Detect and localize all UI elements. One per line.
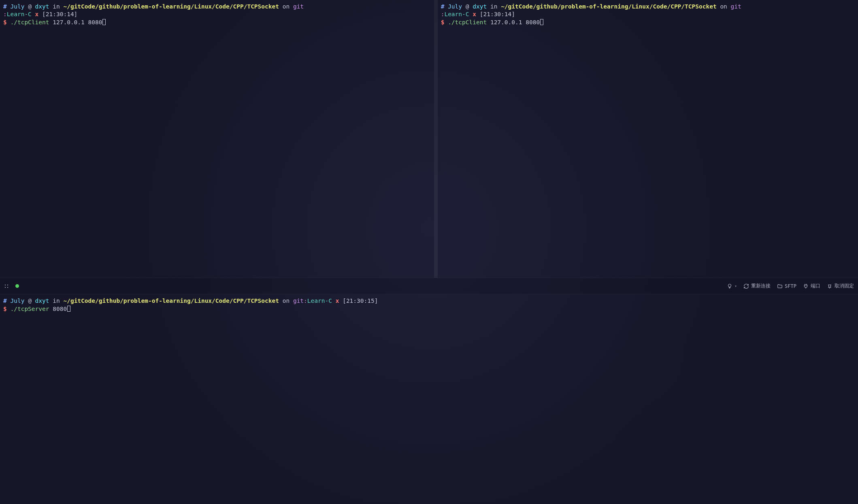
folder-icon [777,283,783,289]
grid-icon [4,284,9,289]
prompt-on: on [720,3,727,10]
refresh-icon [743,283,749,289]
prompt-hash: # [441,3,445,10]
prompt-host: dxyt [473,3,487,10]
prompt-hash: # [3,298,7,304]
prompt-path: ~/gitCode/github/problem-of-learning/Lin… [63,3,279,10]
prompt-colon: : [304,298,307,304]
prompt-x: x [336,298,339,304]
cursor-icon [102,19,106,25]
lightbulb-icon [727,283,732,289]
hints-button[interactable]: ▾ [727,283,737,289]
prompt-x: x [473,11,476,17]
unpin-button[interactable]: 取消固定 [827,283,854,289]
command-args: 127.0.0.1 8080 [53,19,102,26]
unpin-label: 取消固定 [835,283,854,289]
sftp-label: SFTP [785,283,796,289]
prompt-at: @ [28,298,32,304]
prompt-git: git [731,3,741,10]
prompt-time: [21:30:14] [42,11,77,17]
prompt-on: on [283,298,290,304]
sftp-button[interactable]: SFTP [777,283,796,289]
terminal-split-layout: # July @ dxyt in ~/gitCode/github/proble… [0,0,858,504]
prompt-user: July [10,298,24,304]
command-line: $ ./tcpServer 8080 [3,305,855,313]
port-label: 端口 [811,283,820,289]
prompt-colon: : [3,11,7,17]
pane-toolbar: ▾ 重新连接 SFTP 端口 [0,278,858,294]
session-status[interactable] [15,284,19,288]
prompt-branch: Learn-C [7,11,32,17]
prompt-line-2: :Learn-C x [21:30:14] [441,11,855,18]
cursor-icon [67,306,70,312]
prompt-user: July [448,3,462,10]
reconnect-label: 重新连接 [751,283,771,289]
toolbar-left-group [4,284,19,289]
command-line: $ ./tcpClient 127.0.0.1 8080 [441,18,855,26]
prompt-branch: Learn-C [307,298,332,304]
command: ./tcpServer [10,306,49,312]
prompt-path: ~/gitCode/github/problem-of-learning/Lin… [501,3,717,10]
active-dot-icon [15,284,19,288]
terminal-pane-top-left[interactable]: # July @ dxyt in ~/gitCode/github/proble… [0,0,434,278]
prompt-host: dxyt [35,3,49,10]
terminal-pane-top-right[interactable]: # July @ dxyt in ~/gitCode/github/proble… [438,0,858,278]
prompt-line: # July @ dxyt in ~/gitCode/github/proble… [3,3,431,11]
prompt-hash: # [3,3,7,10]
command-args: 127.0.0.1 8080 [490,19,540,26]
reconnect-button[interactable]: 重新连接 [743,283,771,289]
prompt-dollar: $ [441,19,445,26]
prompt-on: on [283,3,290,10]
prompt-x: x [35,11,39,17]
pin-icon [827,283,832,289]
command-line: $ ./tcpClient 127.0.0.1 8080 [3,18,431,26]
prompt-in: in [53,3,60,10]
chevron-down-icon: ▾ [735,284,737,288]
prompt-at: @ [466,3,469,10]
apps-grid-button[interactable] [4,284,9,289]
prompt-branch: Learn-C [444,11,469,17]
port-button[interactable]: 端口 [803,283,820,289]
prompt-git: git [293,298,304,304]
toolbar-right-group: ▾ 重新连接 SFTP 端口 [727,283,854,289]
prompt-line: # July @ dxyt in ~/gitCode/github/proble… [3,297,855,305]
prompt-line: # July @ dxyt in ~/gitCode/github/proble… [441,3,855,11]
command: ./tcpClient [10,19,49,26]
command-args: 8080 [53,306,67,312]
prompt-in: in [53,298,60,304]
plug-icon [803,283,809,289]
prompt-at: @ [28,3,32,10]
prompt-host: dxyt [35,298,49,304]
cursor-icon [540,19,543,25]
prompt-git: git [293,3,304,10]
prompt-dollar: $ [3,19,7,26]
command: ./tcpClient [448,19,487,26]
prompt-dollar: $ [3,306,7,312]
prompt-user: July [10,3,24,10]
terminal-pane-bottom[interactable]: # July @ dxyt in ~/gitCode/github/proble… [0,294,858,504]
prompt-line-2: :Learn-C x [21:30:14] [3,11,431,18]
prompt-time: [21:30:15] [343,298,378,304]
prompt-path: ~/gitCode/github/problem-of-learning/Lin… [63,298,279,304]
prompt-time: [21:30:14] [480,11,515,17]
prompt-in: in [490,3,497,10]
vertical-separator [434,0,437,278]
